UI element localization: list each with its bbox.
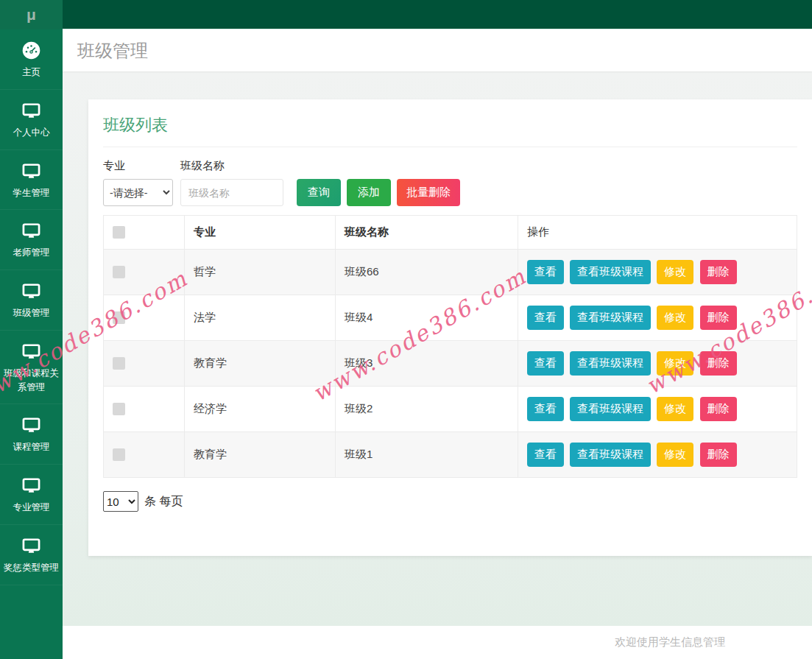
table-row: 教育学 班级3 查看 查看班级课程 修改 删除 bbox=[104, 341, 797, 387]
pagination: 10 条 每页 bbox=[103, 491, 797, 512]
row-checkbox[interactable] bbox=[113, 311, 125, 324]
app-logo: μ bbox=[0, 0, 63, 29]
edit-button[interactable]: 修改 bbox=[657, 260, 693, 284]
cell-class-name: 班级66 bbox=[345, 265, 379, 278]
content-area: 班级列表 专业 -请选择- 班级名称 查询 添加 bbox=[63, 71, 812, 626]
major-label: 专业 bbox=[103, 159, 173, 173]
row-checkbox[interactable] bbox=[113, 357, 125, 370]
class-name-field: 班级名称 bbox=[180, 159, 283, 206]
sidebar: μ 主页 个人中心 学生管理 老师管理 班级管理 班级和课程关系管理 课程管理 … bbox=[0, 0, 63, 659]
dashboard-icon bbox=[21, 40, 41, 60]
edit-button[interactable]: 修改 bbox=[657, 397, 693, 421]
sidebar-item-5[interactable]: 班级和课程关系管理 bbox=[0, 331, 63, 405]
monitor-icon bbox=[21, 415, 41, 435]
cell-major: 经济学 bbox=[194, 402, 227, 415]
col-header-major: 专业 bbox=[185, 216, 336, 250]
view-button[interactable]: 查看 bbox=[527, 351, 564, 376]
delete-button[interactable]: 删除 bbox=[700, 351, 737, 376]
sidebar-item-2[interactable]: 学生管理 bbox=[0, 150, 63, 211]
page-size-suffix: 条 每页 bbox=[144, 494, 183, 510]
page-size-select[interactable]: 10 bbox=[103, 491, 138, 512]
cell-class-name: 班级1 bbox=[345, 448, 373, 460]
sidebar-nav: 主页 个人中心 学生管理 老师管理 班级管理 班级和课程关系管理 课程管理 专业… bbox=[0, 29, 63, 659]
main-column: 班级管理 班级列表 专业 -请选择- 班级名称 bbox=[63, 0, 812, 659]
view-button[interactable]: 查看 bbox=[527, 443, 564, 467]
cell-major: 教育学 bbox=[194, 448, 227, 460]
sidebar-item-6[interactable]: 课程管理 bbox=[0, 404, 63, 465]
table-header-row: 专业 班级名称 操作 bbox=[104, 216, 797, 250]
col-header-actions: 操作 bbox=[518, 216, 797, 250]
cell-major: 教育学 bbox=[194, 356, 227, 369]
delete-button[interactable]: 删除 bbox=[700, 397, 737, 421]
cell-class-name: 班级4 bbox=[345, 311, 373, 323]
table-body: 哲学 班级66 查看 查看班级课程 修改 删除 法学 班级4 查看 查看班级课程… bbox=[104, 250, 797, 478]
monitor-icon bbox=[21, 342, 41, 362]
cell-major: 哲学 bbox=[194, 265, 216, 278]
page-title: 班级管理 bbox=[77, 39, 148, 63]
sidebar-item-7[interactable]: 专业管理 bbox=[0, 465, 63, 525]
search-button[interactable]: 查询 bbox=[297, 179, 341, 206]
view-button[interactable]: 查看 bbox=[527, 306, 564, 330]
footer: 欢迎使用学生信息管理 bbox=[63, 626, 812, 659]
sidebar-item-0[interactable]: 主页 bbox=[0, 29, 63, 90]
view-class-courses-button[interactable]: 查看班级课程 bbox=[570, 306, 651, 330]
sidebar-item-1[interactable]: 个人中心 bbox=[0, 90, 63, 150]
sidebar-item-3[interactable]: 老师管理 bbox=[0, 210, 63, 270]
table-row: 经济学 班级2 查看 查看班级课程 修改 删除 bbox=[104, 387, 797, 432]
monitor-icon bbox=[21, 161, 41, 181]
sidebar-item-8[interactable]: 奖惩类型管理 bbox=[0, 525, 63, 585]
monitor-icon bbox=[21, 476, 41, 496]
class-list-card: 班级列表 专业 -请选择- 班级名称 查询 添加 bbox=[88, 99, 812, 556]
batch-delete-button[interactable]: 批量删除 bbox=[397, 179, 460, 206]
table-row: 法学 班级4 查看 查看班级课程 修改 删除 bbox=[104, 295, 797, 341]
monitor-icon bbox=[21, 101, 41, 121]
monitor-icon bbox=[21, 221, 41, 241]
filter-form: 专业 -请选择- 班级名称 查询 添加 批量删除 bbox=[103, 159, 797, 206]
monitor-icon bbox=[21, 536, 41, 556]
class-name-label: 班级名称 bbox=[180, 159, 283, 173]
footer-text: 欢迎使用学生信息管理 bbox=[615, 635, 725, 649]
class-name-input[interactable] bbox=[180, 179, 283, 206]
app-window: μ 主页 个人中心 学生管理 老师管理 班级管理 班级和课程关系管理 课程管理 … bbox=[0, 0, 812, 659]
col-header-class-name: 班级名称 bbox=[336, 216, 518, 250]
view-class-courses-button[interactable]: 查看班级课程 bbox=[570, 443, 651, 467]
monitor-icon bbox=[21, 281, 41, 301]
major-select[interactable]: -请选择- bbox=[103, 179, 173, 206]
topbar bbox=[63, 0, 812, 29]
delete-button[interactable]: 删除 bbox=[700, 443, 737, 467]
view-button[interactable]: 查看 bbox=[527, 260, 564, 284]
page-header: 班级管理 bbox=[63, 29, 812, 71]
row-checkbox[interactable] bbox=[113, 266, 125, 278]
sidebar-item-4[interactable]: 班级管理 bbox=[0, 270, 63, 331]
filter-buttons: 查询 添加 批量删除 bbox=[291, 179, 460, 206]
delete-button[interactable]: 删除 bbox=[700, 306, 737, 330]
edit-button[interactable]: 修改 bbox=[657, 443, 693, 467]
cell-class-name: 班级3 bbox=[345, 356, 373, 369]
row-checkbox[interactable] bbox=[113, 403, 125, 415]
table-row: 哲学 班级66 查看 查看班级课程 修改 删除 bbox=[104, 250, 797, 295]
select-all-checkbox[interactable] bbox=[113, 226, 125, 239]
row-checkbox[interactable] bbox=[113, 448, 125, 461]
table-row: 教育学 班级1 查看 查看班级课程 修改 删除 bbox=[104, 432, 797, 478]
view-class-courses-button[interactable]: 查看班级课程 bbox=[570, 351, 651, 376]
card-title: 班级列表 bbox=[103, 114, 797, 147]
class-table: 专业 班级名称 操作 哲学 班级66 查看 查看班级课程 修改 删除 法学 班级… bbox=[103, 215, 797, 478]
view-class-courses-button[interactable]: 查看班级课程 bbox=[570, 397, 651, 421]
add-button[interactable]: 添加 bbox=[347, 179, 391, 206]
major-field: 专业 -请选择- bbox=[103, 159, 173, 206]
cell-major: 法学 bbox=[194, 311, 216, 323]
cell-class-name: 班级2 bbox=[345, 402, 373, 415]
edit-button[interactable]: 修改 bbox=[657, 351, 693, 376]
edit-button[interactable]: 修改 bbox=[657, 306, 693, 330]
delete-button[interactable]: 删除 bbox=[700, 260, 737, 284]
view-button[interactable]: 查看 bbox=[527, 397, 564, 421]
view-class-courses-button[interactable]: 查看班级课程 bbox=[570, 260, 651, 284]
